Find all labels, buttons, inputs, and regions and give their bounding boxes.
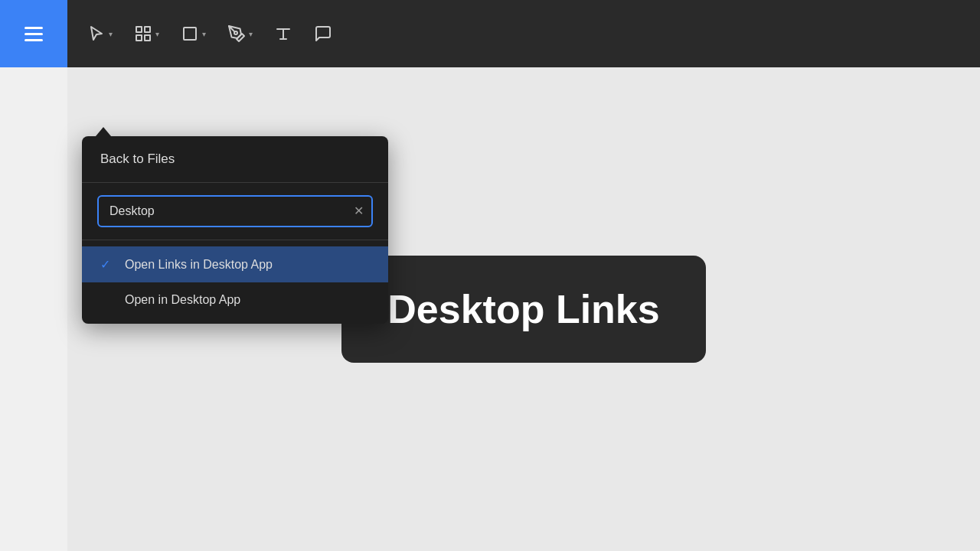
search-input-wrapper: ✕ [97, 195, 373, 227]
dropdown-panel: Back to Files ✕ ✓ Open Links in Desktop … [82, 136, 388, 324]
menu-button[interactable] [0, 0, 67, 67]
shape-chevron-icon: ▾ [202, 30, 206, 38]
search-clear-button[interactable]: ✕ [354, 205, 364, 217]
menu-item-open-links-desktop[interactable]: ✓ Open Links in Desktop App [82, 246, 388, 282]
select-icon [87, 24, 106, 43]
desktop-links-card: Desktop Links [341, 256, 705, 363]
frame-tool-button[interactable]: ▾ [126, 18, 167, 49]
svg-rect-2 [136, 35, 142, 41]
menu-item-open-desktop[interactable]: Open in Desktop App [82, 282, 388, 318]
menu-item-label: Open Links in Desktop App [125, 258, 273, 272]
shape-icon [181, 24, 199, 43]
checkmark-icon: ✓ [100, 257, 116, 272]
pen-tool-button[interactable]: ▾ [220, 18, 260, 49]
svg-rect-4 [184, 28, 196, 40]
shape-tool-button[interactable]: ▾ [173, 18, 214, 49]
select-chevron-icon: ▾ [109, 30, 113, 38]
toolbar-tools: ▾ ▾ ▾ ▾ [67, 18, 352, 49]
frame-icon [134, 24, 152, 43]
text-icon [274, 24, 292, 43]
back-to-files-button[interactable]: Back to Files [82, 136, 388, 183]
search-input[interactable] [97, 195, 373, 227]
frame-chevron-icon: ▾ [155, 30, 159, 38]
pen-chevron-icon: ▾ [249, 30, 253, 38]
comment-icon [314, 24, 332, 43]
hamburger-icon [24, 27, 43, 41]
search-section: ✕ [82, 183, 388, 240]
svg-rect-1 [145, 27, 150, 32]
select-tool-button[interactable]: ▾ [80, 18, 120, 49]
toolbar: ▾ ▾ ▾ ▾ [0, 0, 980, 67]
menu-item-label: Open in Desktop App [125, 293, 240, 307]
pen-icon [227, 24, 246, 43]
comment-tool-button[interactable] [306, 18, 340, 49]
svg-rect-3 [145, 35, 150, 41]
text-tool-button[interactable] [266, 18, 300, 49]
menu-items-list: ✓ Open Links in Desktop App Open in Desk… [82, 240, 388, 324]
desktop-links-text: Desktop Links [387, 286, 659, 332]
dropdown-arrow [96, 127, 111, 136]
svg-point-5 [234, 31, 237, 34]
svg-rect-0 [136, 27, 142, 32]
